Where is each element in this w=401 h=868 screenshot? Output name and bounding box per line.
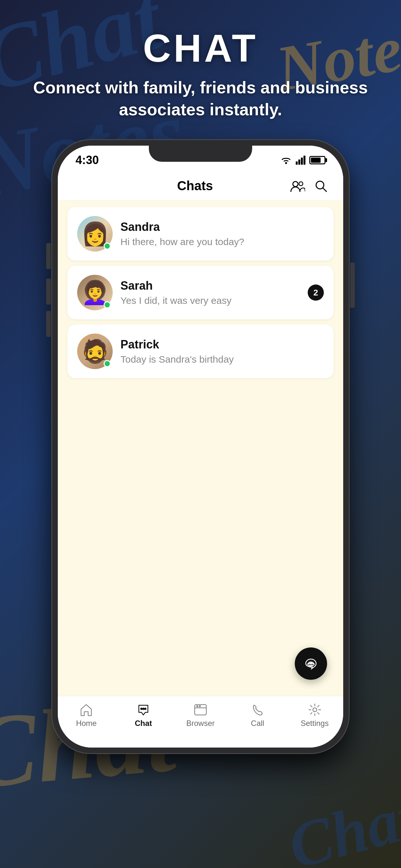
chat-info-sarah: Sarah Yes I did, it was very easy <box>120 279 300 306</box>
page-subtitle: Connect with family, friends and busines… <box>0 77 401 120</box>
chat-name-sandra: Sandra <box>120 220 324 234</box>
nav-item-chat[interactable]: Chat <box>121 703 166 728</box>
signal-icon <box>296 156 305 165</box>
nav-item-browser[interactable]: Browser <box>178 703 223 728</box>
unread-badge-sarah: 2 <box>308 284 324 301</box>
online-indicator-patrick <box>104 360 111 367</box>
chat-info-sandra: Sandra Hi there, how are you today? <box>120 220 324 247</box>
svg-point-16 <box>141 708 143 710</box>
svg-point-13 <box>308 663 310 664</box>
chat-name-patrick: Patrick <box>120 338 324 351</box>
nav-item-settings[interactable]: Settings <box>292 703 337 728</box>
status-icons <box>280 156 326 165</box>
phone-screen: 4:30 <box>58 146 343 748</box>
chat-item-patrick[interactable]: Patrick Today is Sandra's birthday <box>67 324 334 378</box>
chat-item-sarah[interactable]: Sarah Yes I did, it was very easy 2 <box>67 266 334 319</box>
svg-point-17 <box>143 708 144 710</box>
nav-label-home: Home <box>76 719 96 728</box>
svg-point-18 <box>145 708 146 710</box>
battery-fill <box>311 158 320 163</box>
nav-item-call[interactable]: Call <box>235 703 280 728</box>
home-icon <box>79 703 93 717</box>
header-section: CHAT Connect with family, friends and bu… <box>0 0 401 133</box>
phone-notch <box>149 146 252 162</box>
svg-rect-3 <box>301 158 303 165</box>
svg-point-0 <box>285 162 287 164</box>
settings-icon <box>308 703 322 717</box>
phone-mockup: 4:30 <box>52 140 349 753</box>
group-icon[interactable] <box>290 180 305 192</box>
chat-preview-patrick: Today is Sandra's birthday <box>120 354 324 365</box>
bottom-navigation: Home Chat <box>58 696 343 748</box>
svg-point-14 <box>310 663 312 664</box>
wifi-icon <box>280 156 292 165</box>
svg-point-23 <box>313 708 317 712</box>
online-indicator-sarah <box>104 301 111 308</box>
nav-label-chat: Chat <box>135 719 152 728</box>
header-action-icons <box>290 180 327 192</box>
chat-preview-sarah: Yes I did, it was very easy <box>120 295 300 306</box>
avatar-wrapper-sarah <box>77 275 113 310</box>
compose-icon <box>303 655 319 672</box>
chat-item-sandra[interactable]: Sandra Hi there, how are you today? <box>67 207 334 260</box>
battery-icon <box>309 156 326 164</box>
chat-name-sarah: Sarah <box>120 279 300 292</box>
avatar-wrapper-patrick <box>77 334 113 369</box>
chat-icon <box>136 703 150 717</box>
page: CHAT Connect with family, friends and bu… <box>0 0 401 868</box>
online-indicator-sandra <box>104 243 111 250</box>
page-title: CHAT <box>0 26 401 70</box>
chat-info-patrick: Patrick Today is Sandra's birthday <box>120 338 324 365</box>
svg-point-22 <box>199 706 201 707</box>
app-header: Chats <box>58 172 343 200</box>
svg-point-5 <box>293 182 298 187</box>
svg-point-21 <box>197 706 198 707</box>
status-time: 4:30 <box>75 153 99 167</box>
call-icon <box>251 703 265 717</box>
nav-label-settings: Settings <box>301 719 329 728</box>
nav-label-call: Call <box>251 719 264 728</box>
avatar-wrapper-sandra <box>77 216 113 252</box>
svg-point-15 <box>312 663 314 664</box>
svg-rect-1 <box>296 161 298 165</box>
chat-list: Sandra Hi there, how are you today? <box>58 200 343 384</box>
chat-preview-sandra: Hi there, how are you today? <box>120 237 324 247</box>
svg-point-6 <box>299 182 303 186</box>
phone-frame: 4:30 <box>52 140 349 753</box>
nav-item-home[interactable]: Home <box>64 703 109 728</box>
app-header-title: Chats <box>177 179 213 193</box>
search-icon[interactable] <box>315 180 327 192</box>
browser-icon <box>193 703 208 717</box>
svg-line-8 <box>323 188 327 191</box>
nav-label-browser: Browser <box>186 719 215 728</box>
svg-rect-4 <box>304 156 305 165</box>
chat-list-area: Sandra Hi there, how are you today? <box>58 200 343 696</box>
compose-fab[interactable] <box>295 647 327 680</box>
svg-rect-2 <box>298 159 300 165</box>
